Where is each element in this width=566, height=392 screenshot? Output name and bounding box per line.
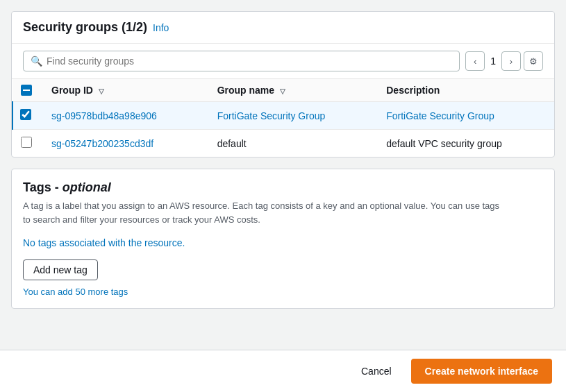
group-id-link[interactable]: sg-09578bdb48a98e906 bbox=[51, 110, 157, 121]
group-id-cell: sg-05247b200235cd3df bbox=[40, 130, 206, 157]
select-all-column bbox=[13, 79, 40, 102]
table-row: sg-09578bdb48a98e906FortiGate Security G… bbox=[13, 102, 554, 130]
row-checkbox[interactable] bbox=[20, 109, 31, 120]
group-id-header: Group ID ▽ bbox=[40, 79, 206, 102]
row-checkbox-cell bbox=[13, 102, 40, 130]
cancel-button[interactable]: Cancel bbox=[350, 360, 403, 382]
create-network-interface-button[interactable]: Create network interface bbox=[411, 359, 552, 384]
row-checkbox-cell bbox=[13, 130, 40, 157]
group-name-header: Group name ▽ bbox=[206, 79, 376, 102]
no-tags-text: No tags associated with the resource. bbox=[23, 237, 543, 248]
table-row: sg-05247b200235cd3dfdefaultdefault VPC s… bbox=[13, 130, 554, 157]
info-link[interactable]: Info bbox=[153, 22, 169, 33]
panel-title: Security groups (1/2) bbox=[23, 20, 147, 35]
pagination-controls: ‹ 1 › ⚙ bbox=[465, 51, 543, 71]
description-header: Description bbox=[375, 79, 554, 102]
group-name-cell: default bbox=[206, 130, 376, 157]
settings-button[interactable]: ⚙ bbox=[524, 51, 543, 71]
group-id-cell: sg-09578bdb48a98e906 bbox=[40, 102, 206, 130]
next-page-button[interactable]: › bbox=[501, 51, 521, 71]
description-cell: FortiGate Security Group bbox=[375, 102, 554, 130]
sort-icon: ▽ bbox=[99, 87, 104, 95]
select-all-checkbox[interactable] bbox=[21, 85, 32, 96]
description-cell: default VPC security group bbox=[375, 130, 554, 157]
panel-header: Security groups (1/2) Info bbox=[12, 12, 554, 44]
group-name-cell: FortiGate Security Group bbox=[206, 102, 376, 130]
page-number: 1 bbox=[488, 56, 499, 67]
group-id-link[interactable]: sg-05247b200235cd3df bbox=[51, 138, 153, 149]
table-header-row: Group ID ▽ Group name ▽ Description bbox=[13, 79, 554, 102]
tags-description: A tag is a label that you assign to an A… bbox=[23, 199, 509, 226]
security-groups-panel: Security groups (1/2) Info 🔍 ‹ 1 › ⚙ bbox=[11, 11, 555, 157]
add-tag-button[interactable]: Add new tag bbox=[23, 259, 98, 280]
search-bar: 🔍 ‹ 1 › ⚙ bbox=[12, 44, 554, 79]
search-icon: 🔍 bbox=[31, 56, 42, 67]
search-input[interactable] bbox=[47, 56, 452, 67]
prev-page-button[interactable]: ‹ bbox=[465, 51, 485, 71]
search-wrapper: 🔍 bbox=[23, 51, 460, 71]
tags-title: Tags - optional bbox=[23, 180, 543, 195]
description-link[interactable]: FortiGate Security Group bbox=[386, 110, 494, 121]
security-groups-table: Group ID ▽ Group name ▽ Description sg-0… bbox=[12, 79, 554, 157]
sort-icon: ▽ bbox=[280, 87, 285, 95]
tags-more-text: You can add 50 more tags bbox=[23, 287, 128, 297]
tags-panel: Tags - optional A tag is a label that yo… bbox=[11, 169, 555, 309]
footer: Cancel Create network interface bbox=[0, 350, 566, 392]
row-checkbox[interactable] bbox=[21, 137, 32, 148]
group-name-link[interactable]: FortiGate Security Group bbox=[217, 110, 326, 121]
